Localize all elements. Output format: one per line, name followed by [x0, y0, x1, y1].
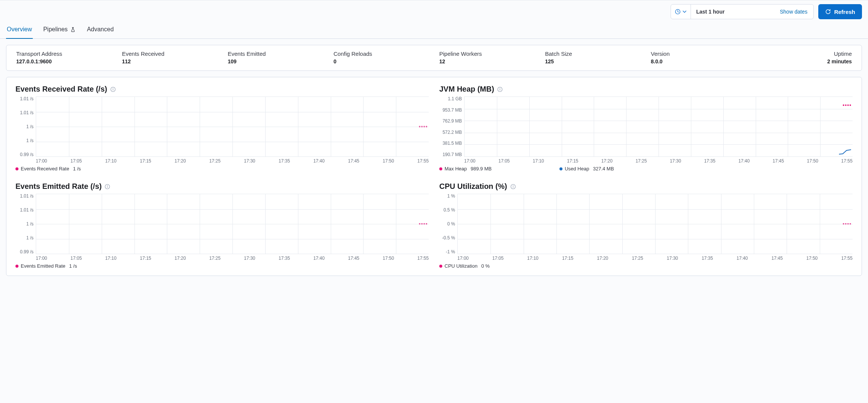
x-axis: 17:0017:0517:1017:1517:2017:2517:3017:35…: [36, 158, 429, 164]
stat-pipeline-workers: Pipeline Workers 12: [434, 51, 540, 64]
y-axis: 1.01 /s1.01 /s1 /s1 /s0.99 /s: [15, 97, 36, 157]
stat-label: Pipeline Workers: [439, 51, 535, 57]
legend-item-used-heap: Used Heap 327.4 MB: [559, 166, 614, 172]
legend-name: Max Heap: [445, 166, 467, 172]
legend-dot-icon: [559, 167, 562, 170]
svg-point-9: [107, 185, 108, 186]
stat-transport-address: Transport Address 127.0.0.1:9600: [11, 51, 117, 64]
stat-value: 2 minutes: [756, 58, 852, 64]
legend-value: 1 /s: [69, 263, 77, 269]
y-axis: 1 %0.5 %0 %-0.5 %-1 %: [439, 194, 457, 254]
info-icon[interactable]: [510, 184, 516, 189]
plot-area: [36, 194, 429, 254]
chart-events-emitted-rate: Events Emitted Rate (/s) 1.01 /s1.01 /s1…: [15, 182, 429, 269]
date-range-quick-button[interactable]: [671, 5, 691, 19]
x-axis: 17:0017:0517:1017:1517:2017:2517:3017:35…: [457, 256, 853, 261]
legend-dot-icon: [439, 167, 442, 170]
clock-icon: [675, 9, 681, 15]
chart-title: CPU Utilization (%): [439, 182, 507, 191]
chart-title: Events Emitted Rate (/s): [15, 182, 102, 191]
chart-events-received-rate: Events Received Rate (/s) 1.01 /s1.01 /s…: [15, 85, 429, 172]
refresh-icon: [825, 9, 831, 15]
svg-rect-8: [107, 186, 108, 188]
legend-value: 327.4 MB: [593, 166, 614, 172]
refresh-button-label: Refresh: [834, 9, 855, 15]
info-icon[interactable]: [110, 86, 116, 92]
legend-value: 989.9 MB: [471, 166, 492, 172]
summary-panel: Transport Address 127.0.0.1:9600 Events …: [6, 45, 862, 71]
legend-dot-icon: [15, 167, 18, 170]
stat-value: 109: [228, 58, 323, 64]
legend-value: 0 %: [481, 263, 489, 269]
tab-pipelines-label: Pipelines: [43, 26, 68, 33]
info-icon[interactable]: [105, 184, 110, 189]
svg-rect-2: [113, 89, 113, 90]
summary-stats: Transport Address 127.0.0.1:9600 Events …: [6, 45, 862, 70]
stat-label: Events Received: [122, 51, 217, 57]
charts-panel: Events Received Rate (/s) 1.01 /s1.01 /s…: [6, 77, 862, 276]
y-axis: 1.1 GB953.7 MB762.9 MB572.2 MB381.5 MB19…: [439, 97, 464, 157]
svg-point-6: [500, 88, 500, 89]
svg-point-3: [113, 88, 113, 89]
legend-name: CPU Utilization: [445, 263, 477, 269]
series-used-heap: [839, 141, 852, 156]
stat-version: Version 8.0.0: [646, 51, 752, 64]
legend-name: Events Received Rate: [21, 166, 69, 172]
chart-cpu-utilization: CPU Utilization (%) 1 %0.5 %0 %-0.5 %-1 …: [439, 182, 853, 269]
refresh-button[interactable]: Refresh: [818, 4, 862, 19]
svg-point-12: [513, 185, 513, 186]
stat-label: Transport Address: [16, 51, 112, 57]
stat-value: 127.0.0.1:9600: [16, 58, 112, 64]
stat-value: 112: [122, 58, 217, 64]
stat-value: 125: [545, 58, 640, 64]
svg-rect-11: [513, 186, 513, 188]
stat-events-emitted: Events Emitted 109: [223, 51, 329, 64]
chart-jvm-heap: JVM Heap (MB) 1.1 GB953.7 MB762.9 MB572.…: [439, 85, 853, 172]
stat-value: 0: [333, 58, 429, 64]
legend-dot-icon: [439, 265, 442, 268]
legend-value: 1 /s: [73, 166, 81, 172]
legend-name: Used Heap: [565, 166, 589, 172]
show-dates-button[interactable]: Show dates: [774, 5, 813, 19]
chevron-down-icon: [682, 9, 687, 14]
toolbar: Last 1 hour Show dates Refresh: [0, 0, 868, 21]
plot-area: [36, 97, 429, 157]
series-max-heap: [843, 104, 851, 106]
stat-label: Uptime: [756, 51, 852, 57]
chart-title: Events Received Rate (/s): [15, 85, 107, 93]
tab-advanced[interactable]: Advanced: [86, 21, 115, 39]
stat-label: Config Reloads: [333, 51, 429, 57]
info-icon[interactable]: [497, 86, 503, 92]
stat-batch-size: Batch Size 125: [540, 51, 646, 64]
svg-rect-5: [500, 89, 500, 90]
stat-value: 12: [439, 58, 535, 64]
legend-name: Events Emitted Rate: [21, 263, 66, 269]
stat-label: Events Emitted: [228, 51, 323, 57]
x-axis: 17:0017:0517:1017:1517:2017:2517:3017:35…: [36, 256, 429, 261]
tab-pipelines[interactable]: Pipelines: [43, 21, 76, 39]
stat-label: Version: [651, 51, 746, 57]
date-range-label[interactable]: Last 1 hour: [691, 5, 774, 19]
y-axis: 1.01 /s1.01 /s1 /s1 /s0.99 /s: [15, 194, 36, 254]
tabs: Overview Pipelines Advanced: [0, 21, 868, 39]
stat-uptime: Uptime 2 minutes: [751, 51, 857, 64]
stat-events-received: Events Received 112: [117, 51, 223, 64]
legend-item: Events Received Rate 1 /s: [15, 166, 81, 172]
chart-title: JVM Heap (MB): [439, 85, 494, 93]
legend-item: CPU Utilization 0 %: [439, 263, 490, 269]
stat-label: Batch Size: [545, 51, 640, 57]
x-axis: 17:0017:0517:1017:1517:2017:2517:3017:35…: [464, 158, 853, 164]
stat-config-reloads: Config Reloads 0: [328, 51, 434, 64]
legend-dot-icon: [15, 265, 18, 268]
stat-value: 8.0.0: [651, 58, 746, 64]
legend-item-max-heap: Max Heap 989.9 MB: [439, 166, 492, 172]
legend-item: Events Emitted Rate 1 /s: [15, 263, 77, 269]
plot-area: [457, 194, 853, 254]
tab-overview[interactable]: Overview: [6, 21, 33, 39]
beaker-icon: [70, 27, 76, 32]
date-range-picker: Last 1 hour Show dates: [671, 4, 814, 19]
plot-area: [464, 97, 853, 157]
